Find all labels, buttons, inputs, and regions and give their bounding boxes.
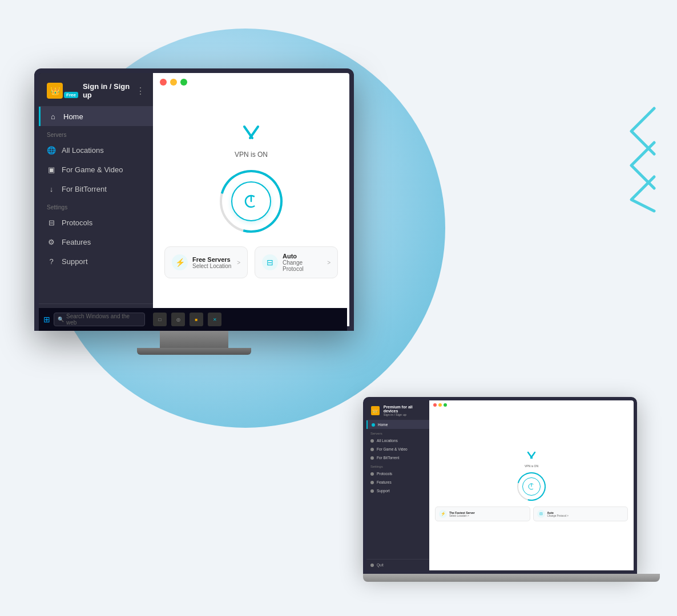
auto-protocol-text: Auto Change Protocol xyxy=(283,253,323,272)
mini-feat-label: Features xyxy=(377,480,392,484)
support-icon: ? xyxy=(47,257,56,266)
free-servers-card[interactable]: ⚡ Free Servers Select Location > xyxy=(164,246,248,278)
mini-close[interactable] xyxy=(433,403,437,407)
mini-home-label: Home xyxy=(378,423,388,427)
mini-feat-dot xyxy=(370,481,374,484)
mini-quit-button[interactable]: Quit xyxy=(366,559,429,570)
all-locations-label: All Locations xyxy=(62,146,104,155)
mini-protocol-sub: Change Protocol > xyxy=(547,514,624,517)
support-label: Support xyxy=(62,257,88,266)
mini-item-protocols[interactable]: Protocols xyxy=(366,469,429,478)
auto-protocol-icon: ⊟ xyxy=(262,254,278,270)
sidebar-menu-button[interactable]: ⋮ xyxy=(136,86,145,96)
laptop-base xyxy=(363,574,660,582)
protocol-icon: ⊟ xyxy=(267,258,273,267)
mini-protocol-icon: ⊟ xyxy=(537,510,545,518)
sidebar-item-all-locations[interactable]: 🌐 All Locations xyxy=(39,140,153,160)
mini-game-dot xyxy=(370,448,374,451)
sidebar-header: 👑 Free Sign in / Sign up ⋮ xyxy=(39,73,153,107)
mini-header-text: Premium for all devices Sign in / Sign u… xyxy=(384,405,425,416)
auto-protocol-chevron: > xyxy=(327,260,331,266)
mini-item-features[interactable]: Features xyxy=(366,478,429,487)
mini-item-game-video[interactable]: For Game & Video xyxy=(366,445,429,453)
mini-main-content: VPN is ON ⚡ xyxy=(429,400,634,570)
game-video-label: For Game & Video xyxy=(62,165,123,174)
mini-section-settings: Settings xyxy=(366,462,429,469)
close-button[interactable] xyxy=(160,79,167,86)
mini-crown-icon: 👑 xyxy=(371,406,380,415)
mini-item-home[interactable]: Home xyxy=(366,420,429,429)
mini-signin-label: Sign in / Sign up xyxy=(384,413,425,416)
free-servers-label: Free Servers xyxy=(192,256,232,263)
sidebar-item-game-video[interactable]: ▣ For Game & Video xyxy=(39,160,153,179)
vpn-logo xyxy=(240,121,263,148)
window-controls xyxy=(160,79,187,86)
mini-proto-dot xyxy=(370,472,374,476)
sidebar-item-support[interactable]: ? Support xyxy=(39,252,153,271)
mini-quit-label: Quit xyxy=(377,563,384,567)
features-label: Features xyxy=(62,238,91,246)
mini-spacer xyxy=(366,495,429,559)
sidebar: 👑 Free Sign in / Sign up ⋮ ⌂ Home Server… xyxy=(39,73,153,326)
bottom-cards: ⚡ Free Servers Select Location > ⊟ xyxy=(164,246,338,278)
globe-icon: 🌐 xyxy=(47,145,56,155)
mini-home-dot xyxy=(372,423,375,427)
taskbar: ⊞ 🔍 Search Windows and the web □ ◎ ■ ✕ xyxy=(39,308,347,331)
sidebar-section-servers: Servers xyxy=(39,126,153,140)
cyan-decoration xyxy=(620,103,666,217)
vpn-status: VPN is ON xyxy=(235,151,268,159)
taskbar-icon-2[interactable]: ◎ xyxy=(171,313,185,326)
mini-sup-label: Support xyxy=(377,489,390,493)
mini-auto-protocol-card[interactable]: ⊟ Auto Change Protocol > xyxy=(533,506,628,521)
taskbar-search[interactable]: 🔍 Search Windows and the web xyxy=(54,313,145,326)
maximize-button[interactable] xyxy=(180,79,187,86)
protocols-label: Protocols xyxy=(62,218,92,227)
mini-maximize[interactable] xyxy=(444,403,447,407)
taskbar-icons: □ ◎ ■ ✕ xyxy=(153,313,221,326)
crown-icon: 👑 xyxy=(47,83,63,99)
mini-sup-dot xyxy=(370,489,374,493)
sidebar-item-features[interactable]: ⚙ Features xyxy=(39,232,153,252)
auto-protocol-card[interactable]: ⊟ Auto Change Protocol > xyxy=(255,246,338,278)
free-badge: Free xyxy=(64,92,78,98)
change-protocol-sublabel: Change Protocol xyxy=(283,260,323,272)
mini-fastest-sub: Select Location > xyxy=(449,514,526,517)
protocols-icon: ⊟ xyxy=(47,218,56,227)
mini-item-bittorrent[interactable]: For BitTorrent xyxy=(366,453,429,462)
auto-label: Auto xyxy=(283,253,323,260)
mini-bottom-cards: ⚡ The Fastest Server Select Location > ⊟… xyxy=(435,506,628,521)
free-servers-sublabel: Select Location xyxy=(192,263,232,269)
main-content: VPN is ON ⚡ xyxy=(153,73,349,326)
mini-premium-label: Premium for all devices xyxy=(384,405,425,413)
mini-item-all-locations[interactable]: All Locations xyxy=(366,436,429,445)
mini-app-window: 👑 Premium for all devices Sign in / Sign… xyxy=(366,400,634,570)
sidebar-spacer xyxy=(39,271,153,303)
bittorrent-label: For BitTorrent xyxy=(62,185,107,193)
minimize-button[interactable] xyxy=(170,79,177,86)
sidebar-item-protocols[interactable]: ⊟ Protocols xyxy=(39,213,153,232)
taskbar-icon-4[interactable]: ✕ xyxy=(208,313,221,326)
mini-protocol-text: Auto Change Protocol > xyxy=(547,511,624,517)
monitor-device: 👑 Free Sign in / Sign up ⋮ ⌂ Home Server… xyxy=(34,68,354,355)
laptop-device: 👑 Premium for all devices Sign in / Sign… xyxy=(363,397,660,582)
windows-icon: ⊞ xyxy=(43,315,50,324)
taskbar-search-icon: 🔍 xyxy=(58,317,64,322)
monitor-stand xyxy=(160,331,228,348)
mini-item-support[interactable]: Support xyxy=(366,487,429,495)
sidebar-sign-in-title[interactable]: Sign in / Sign up xyxy=(83,82,131,99)
mini-power-ring xyxy=(517,472,546,501)
mini-all-loc-dot xyxy=(370,439,374,443)
taskbar-icon-1[interactable]: □ xyxy=(153,313,167,326)
sidebar-home-label: Home xyxy=(63,112,83,121)
sidebar-item-bittorrent[interactable]: ↓ For BitTorrent xyxy=(39,179,153,198)
free-servers-icon: ⚡ xyxy=(172,254,188,270)
power-arc xyxy=(208,159,294,244)
mini-section-servers: Servers xyxy=(366,429,429,436)
mini-torrent-dot xyxy=(370,456,374,460)
mini-quit-dot xyxy=(370,564,374,567)
mini-sidebar: 👑 Premium for all devices Sign in / Sign… xyxy=(366,400,429,570)
sidebar-item-home[interactable]: ⌂ Home xyxy=(39,107,153,126)
mini-minimize[interactable] xyxy=(438,403,442,407)
mini-fastest-server-card[interactable]: ⚡ The Fastest Server Select Location > xyxy=(435,506,530,521)
taskbar-icon-3[interactable]: ■ xyxy=(190,313,203,326)
